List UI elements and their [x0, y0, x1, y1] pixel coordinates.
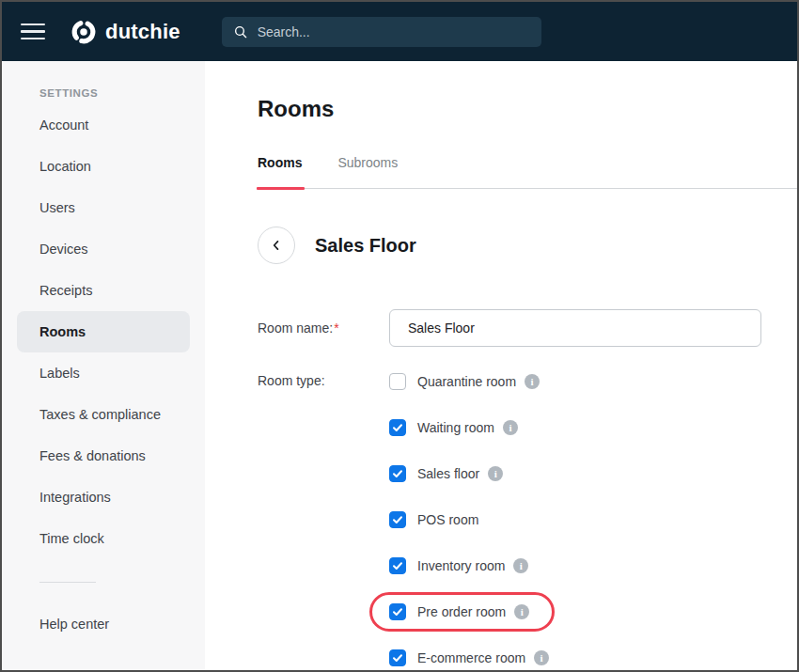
- sidebar-item-rooms[interactable]: Rooms: [17, 311, 190, 352]
- room-type-option-sales-floor: Sales floori: [389, 465, 503, 482]
- settings-sidebar: SETTINGS AccountLocationUsersDevicesRece…: [2, 61, 205, 670]
- room-type-row-waiting-room: Waiting roomi: [389, 404, 549, 450]
- room-type-option-e-commerce-room: E-commerce roomi: [389, 649, 549, 666]
- room-name-row: Room name:*: [258, 309, 797, 347]
- room-type-row-inventory-room: Inventory roomi: [389, 542, 549, 588]
- app-window: dutchie SETTINGS AccountLocationUsersDev…: [0, 0, 799, 672]
- room-type-label: Room type:: [258, 358, 389, 670]
- room-type-label-waiting-room: Waiting room: [417, 420, 494, 435]
- chevron-left-icon: [270, 239, 283, 252]
- tab-bar: RoomsSubrooms: [258, 153, 797, 189]
- dutchie-logo[interactable]: dutchie: [70, 18, 180, 46]
- brand-name: dutchie: [105, 20, 180, 44]
- room-type-option-pre-order-room: Pre order roomi: [389, 603, 529, 620]
- sidebar-item-labels[interactable]: Labels: [2, 352, 205, 394]
- sidebar-item-location[interactable]: Location: [2, 146, 205, 187]
- sidebar-item-integrations[interactable]: Integrations: [2, 477, 205, 518]
- info-icon[interactable]: i: [503, 420, 518, 435]
- detail-header: Sales Floor: [258, 227, 797, 264]
- dutchie-swirl-icon: [70, 18, 98, 46]
- back-button[interactable]: [258, 227, 295, 264]
- info-icon[interactable]: i: [514, 604, 529, 619]
- sidebar-item-time-clock[interactable]: Time clock: [2, 518, 205, 559]
- room-detail-title: Sales Floor: [315, 235, 416, 257]
- room-type-row: Room type: Quarantine roomiWaiting roomi…: [258, 358, 797, 670]
- room-type-option-waiting-room: Waiting roomi: [389, 419, 518, 436]
- checked-checkbox-e-commerce-room[interactable]: [389, 649, 406, 666]
- room-type-option-quarantine-room: Quarantine roomi: [389, 373, 540, 390]
- sidebar-section-label: SETTINGS: [2, 87, 205, 104]
- room-type-row-sales-floor: Sales floori: [389, 450, 549, 496]
- checked-checkbox-inventory-room[interactable]: [389, 557, 406, 574]
- sidebar-item-taxes-and-compliance[interactable]: Taxes & compliance: [2, 394, 205, 435]
- sidebar-item-fees-and-donations[interactable]: Fees & donations: [2, 435, 205, 477]
- main-content: Rooms RoomsSubrooms Sales Floor Room nam…: [205, 61, 797, 670]
- room-type-option-inventory-room: Inventory roomi: [389, 557, 528, 574]
- info-icon[interactable]: i: [534, 650, 549, 665]
- room-name-input[interactable]: [389, 309, 761, 347]
- sidebar-divider: [39, 582, 96, 583]
- required-asterisk: *: [334, 320, 338, 336]
- tab-rooms[interactable]: Rooms: [258, 153, 302, 188]
- page-title: Rooms: [258, 95, 797, 123]
- sidebar-item-users[interactable]: Users: [2, 187, 205, 228]
- global-search[interactable]: [222, 17, 541, 47]
- sidebar-item-help-center[interactable]: Help center: [2, 603, 205, 645]
- search-icon: [233, 24, 248, 39]
- unchecked-checkbox-quarantine-room[interactable]: [389, 373, 406, 390]
- room-type-label-quarantine-room: Quarantine room: [417, 374, 516, 389]
- sidebar-nav-list: AccountLocationUsersDevicesReceiptsRooms…: [2, 104, 205, 559]
- room-type-row-quarantine-room: Quarantine roomi: [389, 358, 549, 404]
- room-type-label-pos-room: POS room: [417, 512, 478, 527]
- room-type-label-sales-floor: Sales floor: [417, 466, 479, 481]
- info-icon[interactable]: i: [525, 374, 540, 389]
- room-type-label-pre-order-room: Pre order room: [417, 604, 506, 619]
- checked-checkbox-sales-floor[interactable]: [389, 465, 406, 482]
- checked-checkbox-pre-order-room[interactable]: [389, 603, 406, 620]
- room-form: Room name:* Room type: Quarantine roomiW…: [258, 309, 797, 670]
- room-type-row-pre-order-room: Pre order roomi: [389, 588, 549, 634]
- sidebar-item-devices[interactable]: Devices: [2, 228, 205, 270]
- top-navigation-bar: dutchie: [2, 2, 797, 61]
- sidebar-item-account[interactable]: Account: [2, 104, 205, 146]
- room-name-label: Room name:*: [258, 320, 389, 336]
- room-type-row-pos-room: POS room: [389, 496, 549, 542]
- room-type-row-e-commerce-room: E-commerce roomi: [389, 634, 549, 670]
- room-type-label-inventory-room: Inventory room: [417, 558, 505, 573]
- room-type-option-pos-room: POS room: [389, 511, 478, 528]
- checked-checkbox-waiting-room[interactable]: [389, 419, 406, 436]
- hamburger-menu-icon[interactable]: [21, 23, 45, 40]
- info-icon[interactable]: i: [513, 558, 528, 573]
- sidebar-item-receipts[interactable]: Receipts: [2, 270, 205, 311]
- checked-checkbox-pos-room[interactable]: [389, 511, 406, 528]
- search-input[interactable]: [258, 24, 530, 39]
- info-icon[interactable]: i: [488, 466, 503, 481]
- room-type-list: Quarantine roomiWaiting roomiSales floor…: [389, 358, 549, 670]
- tab-subrooms[interactable]: Subrooms: [337, 153, 398, 188]
- room-type-label-e-commerce-room: E-commerce room: [417, 650, 525, 665]
